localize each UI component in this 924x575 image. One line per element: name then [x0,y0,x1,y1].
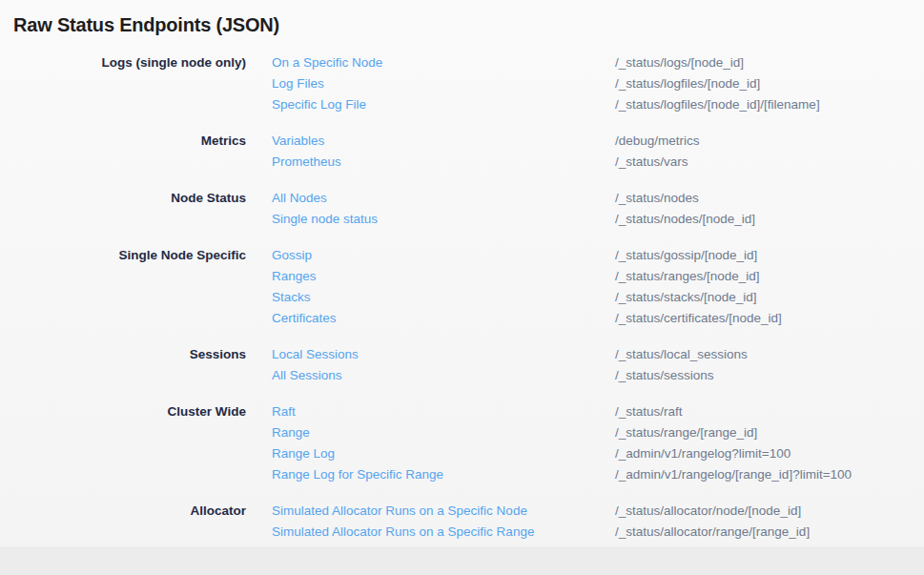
endpoint-link[interactable]: Variables [272,131,589,152]
endpoint-path: /_status/logs/[node_id] [615,52,924,73]
endpoint-link[interactable]: All Sessions [272,365,589,386]
endpoint-path: /_status/stacks/[node_id] [615,287,924,308]
endpoint-section: Cluster WideRaft/_status/raftRange/_stat… [0,401,924,485]
endpoint-path: /_status/ranges/[node_id] [615,266,924,287]
endpoint-path: /_status/sessions [615,365,924,386]
endpoint-section: AllocatorSimulated Allocator Runs on a S… [0,501,924,543]
section-category: Node Status [0,188,246,209]
endpoint-path: /_status/gossip/[node_id] [615,245,924,266]
endpoint-section: Single Node SpecificGossip/_status/gossi… [0,245,924,329]
endpoint-path: /_status/logfiles/[node_id] [615,73,924,94]
section-category: Logs (single node only) [0,52,246,73]
endpoint-path: /_status/logfiles/[node_id]/[filename] [615,94,924,115]
section-category: Sessions [0,344,246,365]
endpoint-path: /_status/local_sessions [615,344,924,365]
endpoint-path: /_status/allocator/node/[node_id] [615,501,924,522]
endpoint-link[interactable]: Prometheus [272,152,589,173]
bottom-strip [0,546,924,575]
endpoint-link[interactable]: Local Sessions [272,344,589,365]
endpoint-section: Logs (single node only)On a Specific Nod… [0,52,924,115]
endpoint-link[interactable]: Simulated Allocator Runs on a Specific N… [272,501,589,522]
endpoint-link[interactable]: On a Specific Node [272,52,589,73]
endpoint-link[interactable]: Simulated Allocator Runs on a Specific R… [272,522,589,543]
endpoint-section: Node StatusAll Nodes/_status/nodesSingle… [0,188,924,230]
endpoint-link[interactable]: Certificates [272,308,589,329]
section-category: Cluster Wide [0,401,246,422]
endpoint-path: /_status/certificates/[node_id] [615,308,924,329]
endpoint-path: /debug/metrics [615,131,924,152]
endpoint-link[interactable]: Log Files [272,73,589,94]
endpoint-path: /_status/nodes [615,188,924,209]
endpoint-link[interactable]: Range Log [272,443,589,464]
endpoint-link[interactable]: Specific Log File [272,94,589,115]
endpoint-section: SessionsLocal Sessions/_status/local_ses… [0,344,924,386]
endpoint-path: /_status/nodes/[node_id] [615,209,924,230]
endpoint-link[interactable]: Raft [272,401,589,422]
endpoint-link[interactable]: Ranges [272,266,589,287]
endpoint-path: /_admin/v1/rangelog/[range_id]?limit=100 [615,464,924,485]
endpoint-link[interactable]: Range [272,422,589,443]
endpoint-link[interactable]: Stacks [272,287,589,308]
endpoint-link[interactable]: All Nodes [272,188,589,209]
endpoint-link[interactable]: Gossip [272,245,589,266]
endpoint-path: /_admin/v1/rangelog?limit=100 [615,443,924,464]
section-category: Metrics [0,131,246,152]
endpoint-path: /_status/range/[range_id] [615,422,924,443]
endpoint-link[interactable]: Single node status [272,209,589,230]
endpoint-link[interactable]: Range Log for Specific Range [272,464,589,485]
endpoint-path: /_status/raft [615,401,924,422]
section-category: Allocator [0,501,246,522]
endpoint-section: MetricsVariables/debug/metricsPrometheus… [0,131,924,173]
section-category: Single Node Specific [0,245,246,266]
endpoint-sections: Logs (single node only)On a Specific Nod… [0,52,924,543]
endpoint-path: /_status/vars [615,152,924,173]
page-title: Raw Status Endpoints (JSON) [0,0,924,37]
endpoint-path: /_status/allocator/range/[range_id] [615,522,924,543]
